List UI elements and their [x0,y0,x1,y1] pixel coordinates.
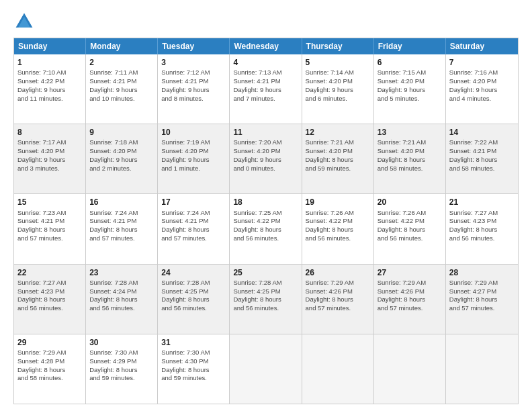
calendar-cell: 12Sunrise: 7:21 AMSunset: 4:20 PMDayligh… [302,124,374,193]
calendar-cell: 20Sunrise: 7:26 AMSunset: 4:22 PMDayligh… [374,194,446,263]
day-info: Sunrise: 7:21 AMSunset: 4:20 PMDaylight:… [378,138,442,173]
calendar-cell: 1Sunrise: 7:10 AMSunset: 4:22 PMDaylight… [14,54,86,124]
calendar-cell: 11Sunrise: 7:20 AMSunset: 4:20 PMDayligh… [230,124,302,193]
calendar-cell: 2Sunrise: 7:11 AMSunset: 4:21 PMDaylight… [86,54,158,124]
calendar-row-5: 29Sunrise: 7:29 AMSunset: 4:28 PMDayligh… [14,334,518,404]
header-day-tuesday: Tuesday [158,38,230,54]
day-info: Sunrise: 7:10 AMSunset: 4:22 PMDaylight:… [17,68,82,103]
day-number: 8 [17,127,82,138]
day-info: Sunrise: 7:26 AMSunset: 4:22 PMDaylight:… [306,209,370,243]
day-info: Sunrise: 7:30 AMSunset: 4:29 PMDaylight:… [89,349,154,383]
day-info: Sunrise: 7:25 AMSunset: 4:22 PMDaylight:… [233,209,298,243]
calendar-cell: 17Sunrise: 7:24 AMSunset: 4:21 PMDayligh… [158,194,230,263]
calendar-cell: 4Sunrise: 7:13 AMSunset: 4:21 PMDaylight… [230,54,302,124]
calendar-cell: 10Sunrise: 7:19 AMSunset: 4:20 PMDayligh… [158,124,230,193]
calendar-cell: 13Sunrise: 7:21 AMSunset: 4:20 PMDayligh… [374,124,446,193]
day-info: Sunrise: 7:19 AMSunset: 4:20 PMDaylight:… [161,138,226,173]
day-number: 12 [306,127,370,138]
calendar-row-1: 1Sunrise: 7:10 AMSunset: 4:22 PMDaylight… [14,54,518,124]
day-info: Sunrise: 7:26 AMSunset: 4:22 PMDaylight:… [378,209,442,243]
day-info: Sunrise: 7:27 AMSunset: 4:23 PMDaylight:… [17,279,82,313]
day-number: 6 [378,57,442,68]
calendar-cell [230,334,302,404]
calendar-cell: 8Sunrise: 7:17 AMSunset: 4:20 PMDaylight… [14,124,86,193]
day-number: 24 [161,267,226,278]
logo-icon [13,11,35,32]
day-number: 28 [449,267,515,278]
day-number: 17 [161,197,226,208]
day-number: 20 [378,197,442,208]
day-number: 21 [449,197,515,208]
calendar-row-3: 15Sunrise: 7:23 AMSunset: 4:21 PMDayligh… [14,194,518,264]
calendar-cell: 14Sunrise: 7:22 AMSunset: 4:21 PMDayligh… [446,124,518,193]
day-number: 1 [17,57,82,68]
calendar-cell: 21Sunrise: 7:27 AMSunset: 4:23 PMDayligh… [446,194,518,263]
calendar-cell: 24Sunrise: 7:28 AMSunset: 4:25 PMDayligh… [158,265,230,334]
calendar-cell: 19Sunrise: 7:26 AMSunset: 4:22 PMDayligh… [302,194,374,263]
day-number: 18 [233,197,298,208]
day-number: 27 [378,267,442,278]
day-number: 9 [89,127,154,138]
day-number: 31 [161,337,226,348]
calendar-cell: 3Sunrise: 7:12 AMSunset: 4:21 PMDaylight… [158,54,230,124]
calendar-cell: 30Sunrise: 7:30 AMSunset: 4:29 PMDayligh… [86,334,158,404]
day-info: Sunrise: 7:18 AMSunset: 4:20 PMDaylight:… [89,138,154,173]
calendar-cell: 7Sunrise: 7:16 AMSunset: 4:20 PMDaylight… [446,54,518,124]
header-day-friday: Friday [374,38,446,54]
day-info: Sunrise: 7:13 AMSunset: 4:21 PMDaylight:… [233,68,298,103]
calendar-cell: 16Sunrise: 7:24 AMSunset: 4:21 PMDayligh… [86,194,158,263]
day-info: Sunrise: 7:11 AMSunset: 4:21 PMDaylight:… [89,68,154,103]
day-number: 3 [161,57,226,68]
header-day-saturday: Saturday [446,38,518,54]
calendar-cell: 5Sunrise: 7:14 AMSunset: 4:20 PMDaylight… [302,54,374,124]
day-number: 5 [306,57,370,68]
header-day-sunday: Sunday [14,38,86,54]
calendar-cell: 29Sunrise: 7:29 AMSunset: 4:28 PMDayligh… [14,334,86,404]
day-number: 25 [233,267,298,278]
page: SundayMondayTuesdayWednesdayThursdayFrid… [0,0,532,411]
header [13,11,519,32]
day-info: Sunrise: 7:22 AMSunset: 4:21 PMDaylight:… [449,138,515,173]
day-info: Sunrise: 7:29 AMSunset: 4:27 PMDaylight:… [449,279,515,313]
day-info: Sunrise: 7:17 AMSunset: 4:20 PMDaylight:… [17,138,82,173]
day-number: 4 [233,57,298,68]
calendar-cell: 28Sunrise: 7:29 AMSunset: 4:27 PMDayligh… [446,265,518,334]
calendar-cell: 18Sunrise: 7:25 AMSunset: 4:22 PMDayligh… [230,194,302,263]
day-info: Sunrise: 7:21 AMSunset: 4:20 PMDaylight:… [306,138,370,173]
day-info: Sunrise: 7:27 AMSunset: 4:23 PMDaylight:… [449,209,515,243]
calendar-cell: 6Sunrise: 7:15 AMSunset: 4:20 PMDaylight… [374,54,446,124]
calendar-body: 1Sunrise: 7:10 AMSunset: 4:22 PMDaylight… [14,54,518,404]
day-info: Sunrise: 7:12 AMSunset: 4:21 PMDaylight:… [161,68,226,103]
day-info: Sunrise: 7:24 AMSunset: 4:21 PMDaylight:… [89,209,154,243]
day-info: Sunrise: 7:16 AMSunset: 4:20 PMDaylight:… [449,68,515,103]
header-day-wednesday: Wednesday [230,38,302,54]
day-number: 13 [378,127,442,138]
day-number: 19 [306,197,370,208]
day-number: 11 [233,127,298,138]
calendar-cell: 26Sunrise: 7:29 AMSunset: 4:26 PMDayligh… [302,265,374,334]
day-info: Sunrise: 7:30 AMSunset: 4:30 PMDaylight:… [161,349,226,383]
calendar-cell: 23Sunrise: 7:28 AMSunset: 4:24 PMDayligh… [86,265,158,334]
day-info: Sunrise: 7:29 AMSunset: 4:26 PMDaylight:… [378,279,442,313]
day-info: Sunrise: 7:28 AMSunset: 4:25 PMDaylight:… [233,279,298,313]
day-info: Sunrise: 7:15 AMSunset: 4:20 PMDaylight:… [378,68,442,103]
header-day-thursday: Thursday [302,38,374,54]
calendar: SundayMondayTuesdayWednesdayThursdayFrid… [13,38,519,404]
calendar-cell [446,334,518,404]
day-info: Sunrise: 7:23 AMSunset: 4:21 PMDaylight:… [17,209,82,243]
day-number: 2 [89,57,154,68]
day-number: 22 [17,267,82,278]
calendar-cell: 22Sunrise: 7:27 AMSunset: 4:23 PMDayligh… [14,265,86,334]
day-info: Sunrise: 7:28 AMSunset: 4:25 PMDaylight:… [161,279,226,313]
day-number: 23 [89,267,154,278]
calendar-cell [374,334,446,404]
day-number: 30 [89,337,154,348]
day-number: 16 [89,197,154,208]
header-day-monday: Monday [86,38,158,54]
calendar-cell: 27Sunrise: 7:29 AMSunset: 4:26 PMDayligh… [374,265,446,334]
calendar-cell: 9Sunrise: 7:18 AMSunset: 4:20 PMDaylight… [86,124,158,193]
calendar-cell: 25Sunrise: 7:28 AMSunset: 4:25 PMDayligh… [230,265,302,334]
day-number: 7 [449,57,515,68]
day-info: Sunrise: 7:20 AMSunset: 4:20 PMDaylight:… [233,138,298,173]
day-number: 14 [449,127,515,138]
